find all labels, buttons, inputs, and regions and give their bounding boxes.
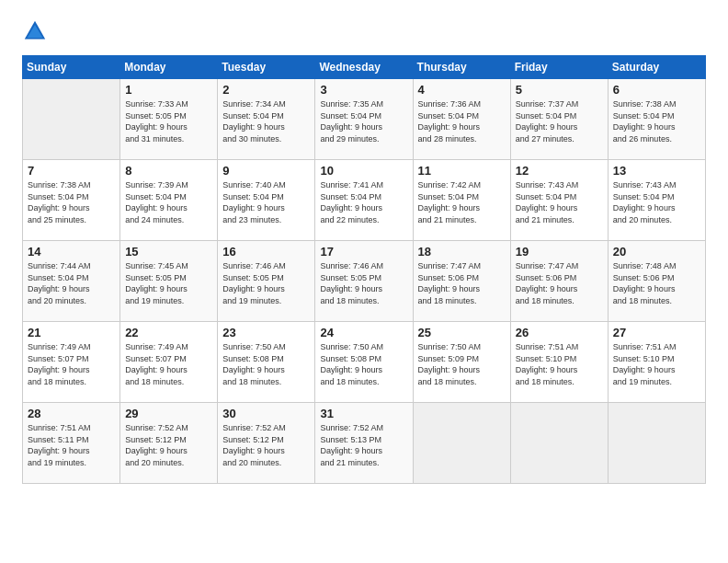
logo-icon bbox=[22, 18, 48, 44]
day-number: 11 bbox=[418, 164, 506, 178]
day-info: Sunrise: 7:44 AM Sunset: 5:04 PM Dayligh… bbox=[28, 260, 115, 306]
day-number: 22 bbox=[125, 326, 212, 339]
day-number: 20 bbox=[613, 245, 700, 259]
day-cell: 13Sunrise: 7:43 AM Sunset: 5:04 PM Dayli… bbox=[608, 160, 705, 241]
day-number: 12 bbox=[516, 164, 603, 178]
day-number: 24 bbox=[320, 326, 407, 339]
column-header-friday: Friday bbox=[510, 56, 608, 79]
day-info: Sunrise: 7:49 AM Sunset: 5:07 PM Dayligh… bbox=[125, 341, 212, 387]
day-info: Sunrise: 7:47 AM Sunset: 5:06 PM Dayligh… bbox=[418, 260, 506, 306]
day-cell: 29Sunrise: 7:52 AM Sunset: 5:12 PM Dayli… bbox=[120, 403, 218, 484]
day-cell: 21Sunrise: 7:49 AM Sunset: 5:07 PM Dayli… bbox=[23, 322, 120, 403]
day-cell: 24Sunrise: 7:50 AM Sunset: 5:08 PM Dayli… bbox=[315, 322, 413, 403]
week-row-3: 14Sunrise: 7:44 AM Sunset: 5:04 PM Dayli… bbox=[23, 241, 706, 322]
day-cell: 27Sunrise: 7:51 AM Sunset: 5:10 PM Dayli… bbox=[608, 322, 705, 403]
day-info: Sunrise: 7:50 AM Sunset: 5:08 PM Dayligh… bbox=[222, 341, 310, 387]
column-header-wednesday: Wednesday bbox=[315, 56, 413, 79]
day-cell bbox=[23, 79, 120, 160]
day-info: Sunrise: 7:36 AM Sunset: 5:04 PM Dayligh… bbox=[418, 98, 506, 144]
page: SundayMondayTuesdayWednesdayThursdayFrid… bbox=[0, 0, 728, 563]
day-info: Sunrise: 7:51 AM Sunset: 5:11 PM Dayligh… bbox=[28, 422, 115, 468]
day-info: Sunrise: 7:37 AM Sunset: 5:04 PM Dayligh… bbox=[516, 98, 603, 144]
day-number: 31 bbox=[320, 407, 407, 420]
header-row: SundayMondayTuesdayWednesdayThursdayFrid… bbox=[23, 56, 706, 79]
day-cell: 23Sunrise: 7:50 AM Sunset: 5:08 PM Dayli… bbox=[218, 322, 315, 403]
day-cell: 28Sunrise: 7:51 AM Sunset: 5:11 PM Dayli… bbox=[23, 403, 120, 484]
day-cell bbox=[608, 403, 705, 484]
day-number: 15 bbox=[125, 245, 212, 259]
day-info: Sunrise: 7:52 AM Sunset: 5:13 PM Dayligh… bbox=[320, 422, 407, 468]
calendar: SundayMondayTuesdayWednesdayThursdayFrid… bbox=[22, 55, 706, 484]
day-info: Sunrise: 7:40 AM Sunset: 5:04 PM Dayligh… bbox=[222, 179, 310, 225]
column-header-tuesday: Tuesday bbox=[218, 56, 315, 79]
day-number: 3 bbox=[320, 83, 407, 97]
day-info: Sunrise: 7:46 AM Sunset: 5:05 PM Dayligh… bbox=[222, 260, 310, 306]
day-info: Sunrise: 7:41 AM Sunset: 5:04 PM Dayligh… bbox=[320, 179, 407, 225]
day-cell: 3Sunrise: 7:35 AM Sunset: 5:04 PM Daylig… bbox=[315, 79, 413, 160]
day-number: 25 bbox=[418, 326, 506, 339]
day-number: 6 bbox=[613, 83, 700, 97]
day-number: 9 bbox=[222, 164, 310, 178]
day-cell: 2Sunrise: 7:34 AM Sunset: 5:04 PM Daylig… bbox=[218, 79, 315, 160]
day-info: Sunrise: 7:52 AM Sunset: 5:12 PM Dayligh… bbox=[125, 422, 212, 468]
day-cell: 5Sunrise: 7:37 AM Sunset: 5:04 PM Daylig… bbox=[510, 79, 608, 160]
calendar-header: SundayMondayTuesdayWednesdayThursdayFrid… bbox=[23, 56, 706, 79]
day-info: Sunrise: 7:42 AM Sunset: 5:04 PM Dayligh… bbox=[418, 179, 506, 225]
day-number: 30 bbox=[222, 407, 310, 420]
logo bbox=[22, 18, 51, 44]
column-header-monday: Monday bbox=[120, 56, 218, 79]
week-row-4: 21Sunrise: 7:49 AM Sunset: 5:07 PM Dayli… bbox=[23, 322, 706, 403]
day-cell: 25Sunrise: 7:50 AM Sunset: 5:09 PM Dayli… bbox=[413, 322, 510, 403]
day-number: 13 bbox=[613, 164, 700, 178]
day-cell: 4Sunrise: 7:36 AM Sunset: 5:04 PM Daylig… bbox=[413, 79, 510, 160]
day-number: 7 bbox=[28, 164, 115, 178]
day-info: Sunrise: 7:43 AM Sunset: 5:04 PM Dayligh… bbox=[613, 179, 700, 225]
day-cell: 14Sunrise: 7:44 AM Sunset: 5:04 PM Dayli… bbox=[23, 241, 120, 322]
day-info: Sunrise: 7:52 AM Sunset: 5:12 PM Dayligh… bbox=[222, 422, 310, 468]
day-info: Sunrise: 7:50 AM Sunset: 5:08 PM Dayligh… bbox=[320, 341, 407, 387]
day-info: Sunrise: 7:33 AM Sunset: 5:05 PM Dayligh… bbox=[125, 98, 212, 144]
day-number: 5 bbox=[516, 83, 603, 97]
day-cell: 20Sunrise: 7:48 AM Sunset: 5:06 PM Dayli… bbox=[608, 241, 705, 322]
day-info: Sunrise: 7:35 AM Sunset: 5:04 PM Dayligh… bbox=[320, 98, 407, 144]
day-cell: 17Sunrise: 7:46 AM Sunset: 5:05 PM Dayli… bbox=[315, 241, 413, 322]
column-header-saturday: Saturday bbox=[608, 56, 705, 79]
day-number: 16 bbox=[222, 245, 310, 259]
day-info: Sunrise: 7:34 AM Sunset: 5:04 PM Dayligh… bbox=[222, 98, 310, 144]
column-header-thursday: Thursday bbox=[413, 56, 510, 79]
day-number: 21 bbox=[28, 326, 115, 339]
day-number: 27 bbox=[613, 326, 700, 339]
header bbox=[22, 18, 706, 44]
day-number: 23 bbox=[222, 326, 310, 339]
day-number: 14 bbox=[28, 245, 115, 259]
day-info: Sunrise: 7:38 AM Sunset: 5:04 PM Dayligh… bbox=[613, 98, 700, 144]
day-info: Sunrise: 7:45 AM Sunset: 5:05 PM Dayligh… bbox=[125, 260, 212, 306]
day-cell: 26Sunrise: 7:51 AM Sunset: 5:10 PM Dayli… bbox=[510, 322, 608, 403]
day-cell: 10Sunrise: 7:41 AM Sunset: 5:04 PM Dayli… bbox=[315, 160, 413, 241]
day-info: Sunrise: 7:43 AM Sunset: 5:04 PM Dayligh… bbox=[516, 179, 603, 225]
day-cell: 22Sunrise: 7:49 AM Sunset: 5:07 PM Dayli… bbox=[120, 322, 218, 403]
day-info: Sunrise: 7:51 AM Sunset: 5:10 PM Dayligh… bbox=[516, 341, 603, 387]
day-cell: 6Sunrise: 7:38 AM Sunset: 5:04 PM Daylig… bbox=[608, 79, 705, 160]
week-row-1: 1Sunrise: 7:33 AM Sunset: 5:05 PM Daylig… bbox=[23, 79, 706, 160]
day-cell bbox=[510, 403, 608, 484]
day-number: 4 bbox=[418, 83, 506, 97]
day-info: Sunrise: 7:38 AM Sunset: 5:04 PM Dayligh… bbox=[28, 179, 115, 225]
day-info: Sunrise: 7:51 AM Sunset: 5:10 PM Dayligh… bbox=[613, 341, 700, 387]
day-info: Sunrise: 7:50 AM Sunset: 5:09 PM Dayligh… bbox=[418, 341, 506, 387]
day-cell: 12Sunrise: 7:43 AM Sunset: 5:04 PM Dayli… bbox=[510, 160, 608, 241]
day-cell bbox=[413, 403, 510, 484]
day-cell: 30Sunrise: 7:52 AM Sunset: 5:12 PM Dayli… bbox=[218, 403, 315, 484]
day-number: 8 bbox=[125, 164, 212, 178]
day-number: 26 bbox=[516, 326, 603, 339]
day-cell: 1Sunrise: 7:33 AM Sunset: 5:05 PM Daylig… bbox=[120, 79, 218, 160]
day-number: 19 bbox=[516, 245, 603, 259]
day-cell: 18Sunrise: 7:47 AM Sunset: 5:06 PM Dayli… bbox=[413, 241, 510, 322]
day-info: Sunrise: 7:46 AM Sunset: 5:05 PM Dayligh… bbox=[320, 260, 407, 306]
day-cell: 19Sunrise: 7:47 AM Sunset: 5:06 PM Dayli… bbox=[510, 241, 608, 322]
calendar-body: 1Sunrise: 7:33 AM Sunset: 5:05 PM Daylig… bbox=[23, 79, 706, 484]
day-info: Sunrise: 7:48 AM Sunset: 5:06 PM Dayligh… bbox=[613, 260, 700, 306]
day-number: 18 bbox=[418, 245, 506, 259]
day-cell: 16Sunrise: 7:46 AM Sunset: 5:05 PM Dayli… bbox=[218, 241, 315, 322]
day-cell: 9Sunrise: 7:40 AM Sunset: 5:04 PM Daylig… bbox=[218, 160, 315, 241]
